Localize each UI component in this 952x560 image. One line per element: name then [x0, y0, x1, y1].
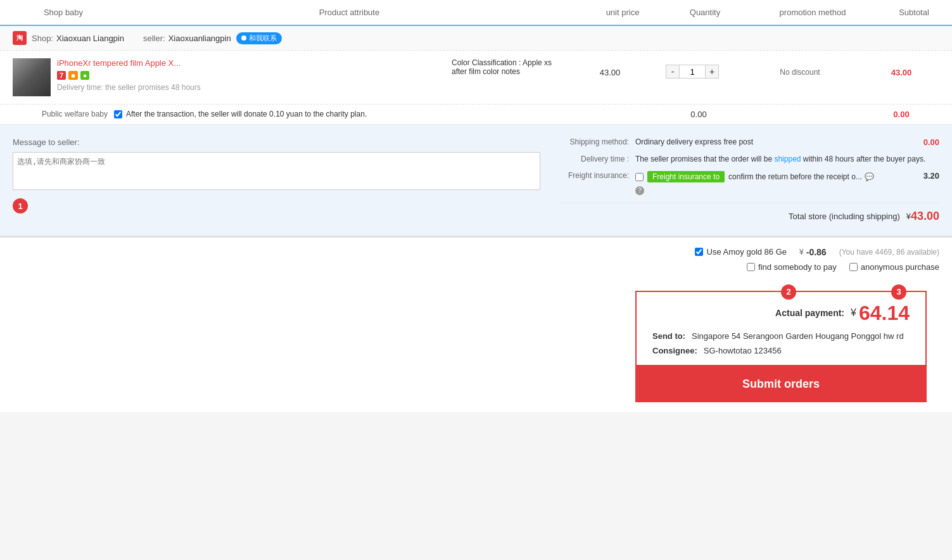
- delivery-link[interactable]: shipped: [774, 155, 801, 163]
- product-attribute: Color Classification : Apple xs after fi…: [445, 58, 572, 76]
- shipping-area: Shipping method: Ordinary delivery expre…: [559, 137, 939, 223]
- step-2-badge: 2: [781, 284, 796, 300]
- col-unit-price: unit price: [585, 8, 661, 17]
- welfare-subtotal: 0.00: [863, 110, 939, 119]
- promotion-method: No discount: [737, 58, 863, 77]
- message-label: Message to seller:: [13, 137, 540, 147]
- welfare-content: After the transaction, the seller will d…: [114, 110, 661, 118]
- freight-text: confirm the return before the receipt o.…: [728, 172, 862, 181]
- contact-label: 和我联系: [249, 34, 277, 43]
- message-area: Message to seller: 1: [13, 137, 559, 223]
- welfare-row: Public welfare baby After the transactio…: [0, 105, 952, 124]
- shipping-method-value: Ordinary delivery express free post: [635, 137, 923, 146]
- payment-yen-symbol: ¥: [851, 307, 856, 319]
- find-somebody-label: find somebody to pay: [758, 262, 837, 272]
- freight-label: Freight insurance:: [559, 171, 635, 180]
- delivery-time-label: Delivery time :: [559, 155, 635, 163]
- product-image-inner: [13, 58, 51, 96]
- help-row: ?: [635, 186, 923, 195]
- amoy-gold-value: -0.86: [806, 247, 827, 257]
- quantity-input[interactable]: [680, 65, 705, 79]
- total-store-label: Total store (including shipping): [789, 212, 900, 221]
- find-somebody-checkbox[interactable]: [747, 263, 755, 271]
- product-badges: 7 ■ ●: [57, 71, 445, 80]
- col-quantity: Quantity: [661, 8, 749, 17]
- consignee-label: Consignee:: [652, 346, 697, 355]
- badge-orange: ■: [68, 71, 78, 80]
- product-title: iPhoneXr tempered film Apple X...: [57, 58, 445, 68]
- shop-label: Shop:: [32, 34, 53, 43]
- col-promotion: promotion method: [749, 8, 876, 17]
- freight-price: 3.20: [923, 171, 939, 181]
- options-row: find somebody to pay anonymous purchase: [13, 262, 939, 272]
- seller-name: Xiaoxuanliangpin: [168, 34, 231, 43]
- product-image: [13, 58, 51, 96]
- step-1-badge: 1: [13, 198, 28, 213]
- payment-label: Actual payment:: [775, 308, 844, 318]
- col-shop-baby: Shop baby: [0, 8, 114, 17]
- shop-info-row: 淘 Shop: Xiaoxuan Liangpin seller: Xiaoxu…: [0, 26, 952, 51]
- delivery-text2: within 48 hours after the buyer pays.: [803, 155, 925, 163]
- freight-row: Freight insurance to confirm the return …: [635, 171, 923, 182]
- step-3-badge: 3: [891, 284, 906, 300]
- unit-price: 43.00: [572, 58, 648, 77]
- delivery-text: The seller promises that the order will …: [635, 155, 772, 163]
- payment-section: 2 3 Actual payment: ¥ 64.14 Send to: Sin…: [13, 281, 939, 402]
- consignee-value: SG-howtotao 123456: [704, 346, 782, 355]
- payment-box: 2 3 Actual payment: ¥ 64.14 Send to: Sin…: [635, 291, 927, 366]
- bottom-section: Message to seller: 1 Shipping method: Or…: [0, 124, 952, 236]
- chat-icon: 💬: [865, 172, 874, 181]
- quantity-plus-button[interactable]: +: [705, 65, 719, 79]
- col-subtotal: Subtotal: [876, 8, 952, 17]
- anonymous-option: anonymous purchase: [849, 262, 939, 272]
- freight-insurance-row: Freight insurance: Freight insurance to …: [559, 171, 939, 195]
- help-icon[interactable]: ?: [635, 186, 644, 195]
- product-row: iPhoneXr tempered film Apple X... 7 ■ ● …: [0, 51, 952, 105]
- contact-badge[interactable]: 和我联系: [236, 32, 282, 44]
- delivery-time-row: Delivery time : The seller promises that…: [559, 155, 939, 163]
- welfare-label: Public welfare baby: [38, 110, 114, 118]
- total-store-value: 43.00: [911, 210, 939, 223]
- send-to-value: Singapore 54 Serangoon Garden Hougang Po…: [692, 331, 904, 341]
- shop-name: Xiaoxuan Liangpin: [56, 34, 124, 43]
- total-yen-symbol: ¥: [906, 212, 911, 221]
- freight-checkbox[interactable]: [635, 173, 644, 181]
- shop-logo-icon: 淘: [13, 31, 27, 45]
- delivery-time-value: The seller promises that the order will …: [635, 155, 939, 163]
- quantity-minus-button[interactable]: -: [666, 65, 680, 79]
- amoy-gold-yen: ¥: [799, 248, 804, 257]
- welfare-text: After the transaction, the seller will d…: [126, 110, 661, 118]
- anonymous-checkbox[interactable]: [849, 263, 858, 271]
- submit-orders-button[interactable]: Submit orders: [635, 366, 927, 402]
- delivery-time: Delivery time: the seller promises 48 ho…: [57, 83, 445, 92]
- actual-payment-row: Actual payment: ¥ 64.14: [652, 302, 910, 325]
- seller-label: seller:: [143, 34, 165, 43]
- find-somebody-option: find somebody to pay: [747, 262, 837, 272]
- col-product-attribute: Product attribute: [114, 8, 585, 17]
- summary-section: Use Amoy gold 86 Ge ¥ -0.86 (You have 44…: [0, 236, 952, 412]
- send-to-row: Send to: Singapore 54 Serangoon Garden H…: [652, 331, 910, 341]
- column-headers: Shop baby Product attribute unit price Q…: [0, 0, 952, 26]
- shop-section: 淘 Shop: Xiaoxuan Liangpin seller: Xiaoxu…: [0, 26, 952, 236]
- shipping-method-price: 0.00: [923, 137, 939, 147]
- product-info: iPhoneXr tempered film Apple X... 7 ■ ● …: [57, 58, 445, 92]
- badge-7: 7: [57, 71, 66, 80]
- amoy-gold-checkbox[interactable]: [695, 248, 703, 256]
- contact-dot-icon: [241, 35, 246, 41]
- anonymous-label: anonymous purchase: [861, 262, 939, 272]
- amoy-gold-label: Use Amoy gold 86 Ge: [707, 247, 787, 257]
- welfare-checkbox[interactable]: [114, 110, 122, 118]
- freight-insurance-button[interactable]: Freight insurance to: [647, 171, 725, 182]
- product-subtotal: 43.00: [863, 58, 939, 77]
- payment-amount: 64.14: [859, 302, 910, 325]
- amoy-gold-row: Use Amoy gold 86 Ge ¥ -0.86 (You have 44…: [13, 247, 939, 257]
- message-input[interactable]: [13, 152, 540, 190]
- badge-green: ●: [80, 71, 90, 80]
- consignee-row: Consignee: SG-howtotao 123456: [652, 346, 910, 355]
- shipping-method-row: Shipping method: Ordinary delivery expre…: [559, 137, 939, 147]
- quantity-stepper[interactable]: - +: [648, 58, 737, 79]
- send-to-label: Send to:: [652, 331, 685, 341]
- welfare-price: 0.00: [661, 110, 737, 119]
- shipping-method-label: Shipping method:: [559, 137, 635, 146]
- freight-value: Freight insurance to confirm the return …: [635, 171, 923, 195]
